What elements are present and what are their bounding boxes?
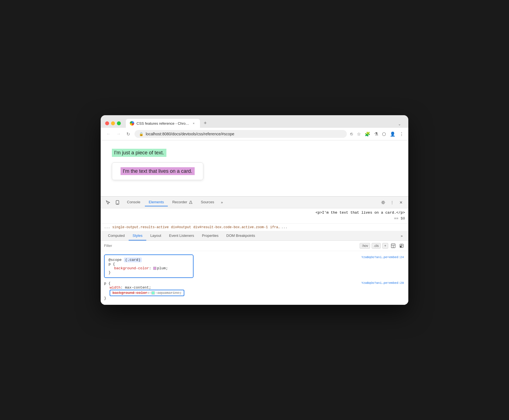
add-class-button[interactable]: + [382,243,388,249]
color-scheme-button[interactable] [398,242,405,249]
cast-icon[interactable]: ⬡ [382,131,386,137]
more-menu-icon[interactable]: ⋮ [399,131,404,137]
tab-menu-button[interactable]: ⌄ [395,120,404,128]
hov-button[interactable]: :hov [360,243,370,249]
bookmark-icon[interactable]: ☆ [357,131,361,137]
settings-gear-icon [381,200,385,205]
tab-properties[interactable]: Properties [198,231,222,240]
settings-button[interactable] [379,199,387,206]
more-tabs-button[interactable]: » [219,199,225,206]
more-style-tabs-button[interactable]: » [399,232,405,240]
breadcrumb-ellipsis-start: ... [104,225,110,229]
devtools-tabs: Console Elements Recorder Sources » [123,198,378,206]
p-css-rule: p { width: max-content; background-color… [101,279,408,303]
filter-input[interactable] [104,244,357,248]
svg-rect-1 [117,204,118,204]
p-rule-source[interactable]: YzaBqOo?ani…pe=embed:28 [361,281,404,285]
close-button[interactable] [105,121,109,125]
toolbar-icons: ⎋ ☆ 🧩 ⚗ ⬡ 👤 ⋮ [350,131,404,137]
scope-at-rule-line: @scope (.card) [109,258,189,262]
dom-node-tag: <p>I'm the text that lives on a card.</p… [315,211,405,215]
tab-computed[interactable]: Computed [104,231,129,240]
bg-color-property-name: background-color [114,266,149,270]
scope-bg-property: background-color: plum; [109,266,189,270]
devtools-close-button[interactable]: ✕ [397,199,405,206]
inspect-element-button[interactable] [104,199,112,206]
active-tab[interactable]: CSS features reference - Chro… × [126,119,200,128]
tab-elements[interactable]: Elements [145,198,168,206]
tab-event-listeners[interactable]: Event Listeners [165,231,198,240]
address-text: localhost:8080/docs/devtools/css/referen… [146,132,234,136]
share-icon[interactable]: ⎋ [350,131,353,136]
plum-color-swatch[interactable] [153,267,156,270]
tab-bar: CSS features reference - Chro… × + ⌄ [126,119,404,128]
p-selector-line: p { [104,281,405,285]
inspect-icon [106,200,110,205]
devtools-toolbar: Console Elements Recorder Sources » [101,197,408,208]
lock-icon: 🔒 [139,132,143,136]
scope-p-selector: p { [109,262,189,266]
flask-icon[interactable]: ⚗ [374,131,378,137]
tab-sources[interactable]: Sources [197,198,218,206]
back-button[interactable]: ← [105,131,112,137]
tab-favicon [130,121,134,126]
width-colon: : [121,285,125,290]
scope-argument: (.card) [124,258,142,262]
color-scheme-icon [399,244,404,248]
device-icon [115,200,120,205]
tab-layout[interactable]: Layout [146,231,165,240]
dom-selected-node: <p>I'm the text that lives on a card.</p… [101,208,408,224]
maximize-button[interactable] [117,121,121,125]
browser-window: CSS features reference - Chro… × + ⌄ ← →… [101,115,408,305]
breadcrumb-ellipsis-end: ... [281,225,288,229]
minimize-button[interactable] [111,121,115,125]
tab-recorder[interactable]: Recorder [168,198,196,206]
width-property-line: width: max-content; [104,285,405,290]
bg-color-strikethrough-name: background-color [112,291,147,295]
device-toolbar-button[interactable] [114,199,121,206]
extension-icon[interactable]: 🧩 [365,131,370,137]
cls-button[interactable]: .cls [372,243,381,249]
breadcrumb-single-output[interactable]: single-output.results-active [112,225,169,229]
recorder-flask-icon [189,201,192,204]
refresh-button[interactable]: ↻ [125,131,131,137]
address-field[interactable]: 🔒 localhost:8080/docs/devtools/css/refer… [135,130,347,138]
max-content-value: max-content; [125,285,151,290]
breadcrumb-div-result[interactable]: div#result-box.code-box.active.zoom-1 [193,225,268,229]
svg-rect-7 [400,246,402,247]
devtools-more-button[interactable]: ⋮ [388,199,396,206]
plain-text-demo: I'm just a piece of text. [112,149,166,157]
scope-rule-box: @scope (.card) p { background-color: plu… [104,254,194,278]
tab-console[interactable]: Console [123,198,144,206]
strikethrough-rule-box: background-color: aquamarine; [110,290,184,296]
filter-buttons: :hov .cls + [360,242,405,249]
forward-button[interactable]: → [115,131,122,137]
layout-icon-button[interactable] [390,242,397,249]
tab-close-button[interactable]: × [192,121,196,126]
new-tab-button[interactable]: + [201,119,210,128]
account-icon[interactable]: 👤 [390,131,395,137]
card-text-demo: I'm the text that lives on a card. [121,167,195,175]
layout-icon [391,244,395,248]
svg-point-2 [382,202,384,203]
page-content: I'm just a piece of text. I'm the text t… [101,140,408,196]
bg-color-strikethrough-line: background-color: aquamarine; [104,290,405,296]
address-bar: ← → ↻ 🔒 localhost:8080/docs/devtools/css… [101,128,408,140]
tab-dom-breakpoints[interactable]: DOM Breakpoints [222,231,259,240]
scope-close-brace: } [109,270,189,275]
strikethrough-bg-property: background-color: [112,291,152,295]
plum-value: plum; [157,266,168,270]
css-rules-panel: @scope (.card) p { background-color: plu… [101,251,408,305]
breadcrumb-iframe[interactable]: ifra… [270,225,280,229]
tab-styles[interactable]: Styles [129,231,146,240]
aquamarine-strikethrough-value: aquamarine; [155,291,182,295]
tab-title: CSS features reference - Chro… [136,121,189,126]
styles-panel-tabs: Computed Styles Layout Event Listeners P… [101,231,408,241]
aquamarine-color-swatch[interactable] [152,291,155,294]
p-close-brace: } [104,296,405,300]
filter-bar: :hov .cls + [101,241,408,251]
breadcrumb-div-output[interactable]: div#output [171,225,191,229]
traffic-lights [105,121,121,125]
at-scope-keyword: @scope [109,258,124,262]
scope-rule-source[interactable]: YzaBqOo?ani…pe=embed:24 [361,256,404,259]
